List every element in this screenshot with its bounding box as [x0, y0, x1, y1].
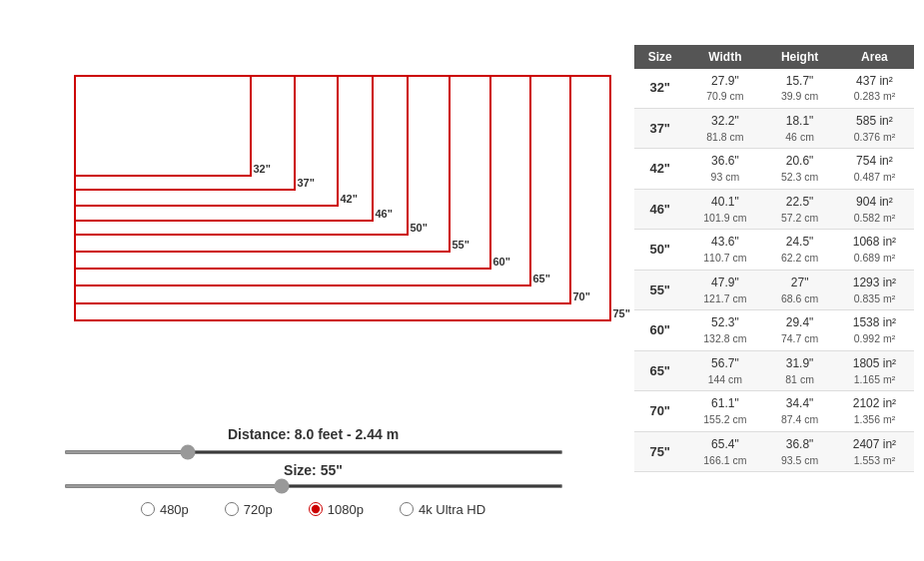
col-area: Area [835, 45, 914, 69]
cell-width: 52.3"132.8 cm [685, 310, 764, 350]
radio-label-1080p: 1080p [328, 502, 364, 517]
cell-width: 32.2"81.8 cm [685, 108, 764, 148]
diagram-area: 32"37"42"46"50"55"60"65"70"75" [19, 45, 608, 414]
col-size: Size [634, 45, 685, 69]
table-row: 37"32.2"81.8 cm18.1"46 cm585 in²0.376 m² [634, 108, 914, 148]
table-row: 50"43.6"110.7 cm24.5"62.2 cm1068 in²0.68… [634, 230, 914, 270]
main-container: 32"37"42"46"50"55"60"65"70"75" Distance:… [0, 35, 924, 527]
size-slider[interactable] [64, 484, 563, 488]
cell-width: 36.6"93 cm [685, 149, 764, 189]
cell-height: 18.1"46 cm [764, 108, 835, 148]
cell-height: 24.5"62.2 cm [764, 230, 835, 270]
tv-rect-75 [74, 75, 611, 321]
resolution-radio-group: 480p720p1080p4k Ultra HD [141, 502, 485, 517]
table-row: 70"61.1"155.2 cm34.4"87.4 cm2102 in²1.35… [634, 391, 914, 431]
radio-item-480p[interactable]: 480p [141, 502, 189, 517]
size-slider-row [64, 484, 563, 488]
cell-height: 15.7"39.9 cm [764, 69, 835, 109]
table-panel: Size Width Height Area 32"27.9"70.9 cm15… [634, 45, 914, 473]
radio-label-480p: 480p [160, 502, 189, 517]
cell-height: 22.5"57.2 cm [764, 189, 835, 229]
radio-item-720p[interactable]: 720p [225, 502, 273, 517]
cell-area: 1068 in²0.689 m² [835, 230, 914, 270]
cell-height: 31.9"81 cm [764, 350, 835, 390]
cell-size: 55" [634, 270, 685, 309]
cell-width: 27.9"70.9 cm [685, 69, 764, 109]
cell-area: 1293 in²0.835 m² [835, 270, 914, 309]
size-table: Size Width Height Area 32"27.9"70.9 cm15… [634, 45, 914, 473]
cell-height: 34.4"87.4 cm [764, 391, 835, 431]
cell-size: 42" [634, 149, 685, 189]
table-row: 55"47.9"121.7 cm27"68.6 cm1293 in²0.835 … [634, 270, 914, 309]
cell-height: 29.4"74.7 cm [764, 310, 835, 350]
cell-area: 904 in²0.582 m² [835, 189, 914, 229]
radio-item-4k[interactable]: 4k Ultra HD [400, 502, 485, 517]
cell-area: 1538 in²0.992 m² [835, 310, 914, 350]
cell-width: 47.9"121.7 cm [685, 270, 764, 309]
radio-1080p[interactable] [309, 502, 323, 516]
table-row: 75"65.4"166.1 cm36.8"93.5 cm2407 in²1.55… [634, 431, 914, 471]
cell-area: 2102 in²1.356 m² [835, 391, 914, 431]
cell-height: 20.6"52.3 cm [764, 149, 835, 189]
radio-label-4k: 4k Ultra HD [419, 502, 485, 517]
table-row: 46"40.1"101.9 cm22.5"57.2 cm904 in²0.582… [634, 189, 914, 229]
radio-item-1080p[interactable]: 1080p [309, 502, 364, 517]
radio-label-720p: 720p [244, 502, 273, 517]
cell-size: 32" [634, 69, 685, 109]
cell-area: 2407 in²1.553 m² [835, 431, 914, 471]
radio-480p[interactable] [141, 502, 155, 516]
table-row: 65"56.7"144 cm31.9"81 cm1805 in²1.165 m² [634, 350, 914, 390]
cell-size: 50" [634, 230, 685, 270]
size-label: Size: 55" [284, 462, 343, 478]
cell-area: 1805 in²1.165 m² [835, 350, 914, 390]
cell-size: 46" [634, 189, 685, 229]
table-header-row: Size Width Height Area [634, 45, 914, 69]
cell-size: 37" [634, 108, 685, 148]
table-row: 32"27.9"70.9 cm15.7"39.9 cm437 in²0.283 … [634, 69, 914, 109]
cell-area: 585 in²0.376 m² [835, 108, 914, 148]
cell-width: 65.4"166.1 cm [685, 431, 764, 471]
tv-label-75: 75" [613, 307, 630, 319]
radio-4k[interactable] [400, 502, 414, 516]
cell-width: 56.7"144 cm [685, 350, 764, 390]
cell-height: 36.8"93.5 cm [764, 431, 835, 471]
col-width: Width [685, 45, 764, 69]
cell-height: 27"68.6 cm [764, 270, 835, 309]
cell-width: 61.1"155.2 cm [685, 391, 764, 431]
cell-area: 754 in²0.487 m² [835, 149, 914, 189]
col-height: Height [764, 45, 835, 69]
cell-size: 75" [634, 431, 685, 471]
table-row: 42"36.6"93 cm20.6"52.3 cm754 in²0.487 m² [634, 149, 914, 189]
distance-slider-row [64, 450, 563, 454]
cell-width: 43.6"110.7 cm [685, 230, 764, 270]
cell-size: 60" [634, 310, 685, 350]
controls: Distance: 8.0 feet - 2.44 m Size: 55" 48… [34, 426, 593, 517]
radio-720p[interactable] [225, 502, 239, 516]
distance-slider[interactable] [64, 450, 563, 454]
cell-area: 437 in²0.283 m² [835, 69, 914, 109]
left-panel: 32"37"42"46"50"55"60"65"70"75" Distance:… [10, 45, 616, 517]
cell-size: 65" [634, 350, 685, 390]
cell-size: 70" [634, 391, 685, 431]
distance-label: Distance: 8.0 feet - 2.44 m [228, 426, 399, 442]
table-row: 60"52.3"132.8 cm29.4"74.7 cm1538 in²0.99… [634, 310, 914, 350]
cell-width: 40.1"101.9 cm [685, 189, 764, 229]
